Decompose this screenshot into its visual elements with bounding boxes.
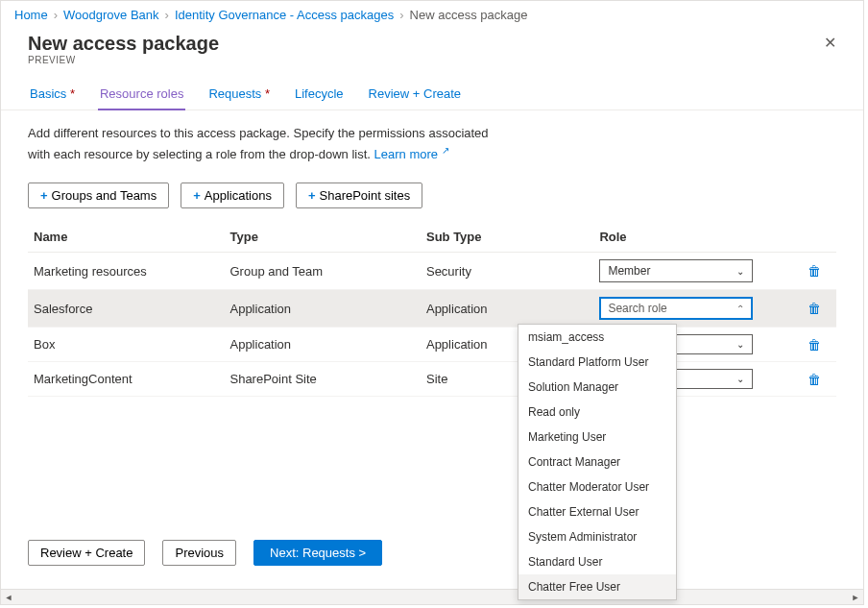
- add-sharepoint-sites-button[interactable]: + SharePoint sites: [296, 182, 422, 208]
- chevron-right-icon: ›: [398, 8, 405, 22]
- cell-name: Salesforce: [28, 290, 224, 328]
- required-indicator: *: [66, 86, 75, 101]
- cell-type: Application: [224, 328, 420, 362]
- table-row: MarketingContent SharePoint Site Site ⌄ …: [28, 362, 836, 397]
- dropdown-option[interactable]: Read only: [518, 400, 676, 425]
- delete-icon[interactable]: 🗑: [808, 301, 821, 316]
- table-row: Marketing resources Group and Team Secur…: [28, 253, 836, 290]
- cell-subtype: Security: [421, 253, 593, 290]
- cell-type: SharePoint Site: [224, 362, 420, 397]
- breadcrumb-link[interactable]: Woodgrove Bank: [63, 8, 159, 22]
- page-title: New access package: [28, 32, 219, 55]
- close-icon[interactable]: ✕: [816, 32, 844, 55]
- dropdown-option[interactable]: Solution Manager: [518, 375, 676, 400]
- col-header-name[interactable]: Name: [28, 222, 224, 253]
- table-row: Box Application Application ⌄ 🗑: [28, 328, 836, 362]
- table-row: Salesforce Application Application Searc…: [28, 290, 836, 328]
- chevron-down-icon: ⌄: [736, 339, 744, 350]
- plus-icon: +: [308, 188, 316, 203]
- plus-icon: +: [193, 188, 201, 203]
- dropdown-option[interactable]: Marketing User: [518, 425, 676, 450]
- tab-requests[interactable]: Requests *: [206, 86, 272, 109]
- cell-type: Application: [224, 290, 420, 328]
- scrollbar-track[interactable]: [16, 590, 848, 604]
- dropdown-option[interactable]: System Administrator: [518, 524, 676, 549]
- delete-icon[interactable]: 🗑: [808, 337, 821, 353]
- role-select[interactable]: Member ⌄: [599, 259, 753, 282]
- scroll-left-icon[interactable]: ◄: [1, 593, 16, 602]
- tab-bar: Basics * Resource roles Requests * Lifec…: [1, 65, 863, 110]
- dropdown-option[interactable]: Chatter Free User: [518, 574, 676, 599]
- delete-icon[interactable]: 🗑: [808, 372, 821, 387]
- scroll-right-icon[interactable]: ►: [848, 593, 863, 602]
- tab-review-create[interactable]: Review + Create: [367, 86, 463, 109]
- cell-name: Box: [28, 328, 224, 362]
- add-resource-buttons: + Groups and Teams + Applications + Shar…: [1, 163, 863, 218]
- dropdown-option[interactable]: Chatter External User: [518, 499, 676, 524]
- role-dropdown: msiam_access Standard Platform User Solu…: [518, 324, 677, 600]
- page-header: New access package PREVIEW ✕: [1, 26, 863, 65]
- tab-lifecycle[interactable]: Lifecycle: [293, 86, 346, 109]
- tab-resource-roles[interactable]: Resource roles: [98, 86, 185, 110]
- breadcrumb-link[interactable]: Identity Governance - Access packages: [175, 8, 394, 22]
- breadcrumb-link[interactable]: Home: [14, 8, 48, 22]
- dropdown-option[interactable]: Chatter Moderator User: [518, 474, 676, 499]
- page-root: Home › Woodgrove Bank › Identity Governa…: [0, 0, 864, 605]
- chevron-down-icon: ⌄: [736, 374, 744, 384]
- plus-icon: +: [40, 188, 48, 203]
- resources-table: Name Type Sub Type Role Marketing resour…: [28, 222, 836, 397]
- col-header-subtype[interactable]: Sub Type: [421, 222, 593, 253]
- breadcrumb-current: New access package: [410, 8, 528, 22]
- add-groups-teams-button[interactable]: + Groups and Teams: [28, 182, 169, 208]
- chevron-right-icon: ›: [163, 8, 171, 22]
- col-header-role[interactable]: Role: [593, 222, 802, 253]
- dropdown-option[interactable]: Contract Manager: [518, 450, 676, 474]
- footer-buttons: Review + Create Previous Next: Requests …: [28, 540, 382, 566]
- preview-label: PREVIEW: [28, 55, 219, 65]
- cell-subtype: Application: [421, 290, 593, 328]
- col-header-type[interactable]: Type: [224, 222, 420, 253]
- tab-basics[interactable]: Basics *: [28, 86, 77, 109]
- review-create-button[interactable]: Review + Create: [28, 540, 145, 566]
- dropdown-option[interactable]: Standard User: [518, 549, 676, 574]
- chevron-right-icon: ›: [52, 8, 60, 22]
- role-select[interactable]: Search role ⌃: [599, 297, 753, 320]
- cell-name: Marketing resources: [28, 253, 224, 290]
- chevron-up-icon: ⌃: [736, 304, 744, 314]
- required-indicator: *: [261, 86, 270, 101]
- cell-name: MarketingContent: [28, 362, 224, 397]
- cell-type: Group and Team: [224, 253, 420, 290]
- chevron-down-icon: ⌄: [736, 266, 744, 277]
- dropdown-option[interactable]: msiam_access: [518, 325, 676, 350]
- previous-button[interactable]: Previous: [162, 540, 236, 566]
- table-header-row: Name Type Sub Type Role: [28, 222, 836, 253]
- learn-more-link[interactable]: Learn more ↗: [374, 147, 449, 161]
- breadcrumb: Home › Woodgrove Bank › Identity Governa…: [1, 1, 863, 26]
- horizontal-scrollbar[interactable]: ◄ ►: [1, 589, 863, 604]
- add-applications-button[interactable]: + Applications: [181, 182, 284, 208]
- delete-icon[interactable]: 🗑: [808, 263, 821, 279]
- next-button[interactable]: Next: Requests >: [253, 540, 382, 566]
- dropdown-option[interactable]: Standard Platform User: [518, 350, 676, 375]
- external-link-icon: ↗: [442, 145, 449, 156]
- description-text: Add different resources to this access p…: [1, 110, 539, 163]
